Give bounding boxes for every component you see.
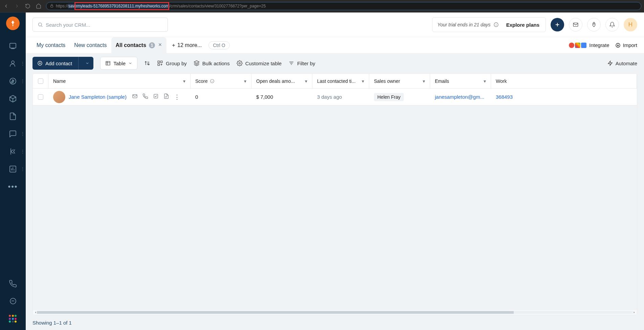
sidebar-item-reports[interactable] <box>3 161 22 177</box>
row-checkbox[interactable] <box>33 94 48 100</box>
import-icon <box>615 43 621 48</box>
svg-point-19 <box>594 24 594 24</box>
logo[interactable] <box>6 17 20 30</box>
table-header: Name▾ Score ▾ Open deals amo...▾ Last co… <box>33 74 637 89</box>
tab-badge: 1 <box>149 42 155 48</box>
svg-rect-2 <box>10 43 16 48</box>
sidebar-item-activities[interactable] <box>3 144 22 159</box>
more-icon[interactable]: ⋮ <box>174 93 180 101</box>
sidebar: ••• <box>0 13 26 330</box>
th-last-contacted[interactable]: Last contacted ti...▾ <box>312 74 369 88</box>
automate-button[interactable]: Automate <box>607 61 637 66</box>
plus-icon <box>171 43 176 48</box>
sidebar-item-phone[interactable] <box>3 276 22 291</box>
cell-email[interactable]: janesampleton@gm... <box>430 94 491 100</box>
shortcut-hint: Ctrl O <box>208 41 230 49</box>
add-contact-label: Add contact <box>45 61 72 66</box>
cell-name: Jane Sampleton (sample) ⋮ <box>48 91 191 103</box>
chevron-down-icon <box>128 61 132 65</box>
group-by-label: Group by <box>166 61 187 66</box>
th-name[interactable]: Name▾ <box>48 74 191 88</box>
email-icon[interactable] <box>132 93 138 101</box>
svg-rect-52 <box>154 94 158 98</box>
integrate-label: Integrate <box>589 42 609 48</box>
add-contact-button[interactable]: Add contact <box>32 57 93 70</box>
close-tab-icon[interactable] <box>158 42 162 48</box>
info-icon[interactable] <box>493 22 499 27</box>
mail-button[interactable] <box>569 18 582 31</box>
th-open-deals[interactable]: Open deals amo...▾ <box>251 74 312 88</box>
import-button[interactable]: Import <box>615 42 637 48</box>
table-view-button[interactable]: Table <box>100 57 137 70</box>
search-input[interactable] <box>46 22 163 28</box>
cell-work[interactable]: 368493 <box>491 94 637 100</box>
svg-line-12 <box>41 26 42 27</box>
back-button[interactable] <box>3 3 9 9</box>
sidebar-item-contacts[interactable] <box>3 56 22 71</box>
tab-more[interactable]: 12 more... <box>167 37 206 53</box>
filter-by-button[interactable]: Filter by <box>288 60 315 66</box>
contact-avatar[interactable] <box>53 91 65 103</box>
th-sales-owner[interactable]: Sales owner▾ <box>369 74 430 88</box>
th-emails[interactable]: Emails▾ <box>430 74 491 88</box>
contact-name-link[interactable]: Jane Sampleton (sample) <box>69 94 127 100</box>
address-bar[interactable]: https://savemyleads-517689537916208111.m… <box>46 2 641 10</box>
app-launcher[interactable] <box>3 311 22 327</box>
customize-label: Customize table <box>245 61 282 66</box>
add-contact-dropdown[interactable] <box>81 61 93 66</box>
tabs-row: My contacts New contacts All contacts 1 … <box>26 37 644 53</box>
bulk-actions-button[interactable]: Bulk actions <box>194 60 230 66</box>
svg-rect-29 <box>106 62 110 65</box>
cell-score: 0 <box>191 94 251 100</box>
notifications-button[interactable] <box>605 18 619 31</box>
table-wrap: Name▾ Score ▾ Open deals amo...▾ Last co… <box>26 73 644 315</box>
phone-icon[interactable] <box>142 93 148 101</box>
forward-button[interactable] <box>14 3 20 9</box>
cell-last-contacted: 3 days ago <box>312 94 369 100</box>
group-by-button[interactable]: Group by <box>157 60 187 66</box>
tab-all-contacts[interactable]: All contacts 1 <box>111 37 166 53</box>
sidebar-item-dashboard[interactable] <box>3 38 22 54</box>
add-button[interactable] <box>551 18 564 31</box>
tab-my-contacts[interactable]: My contacts <box>32 37 69 53</box>
th-work[interactable]: Work <box>491 74 637 88</box>
integrate-button[interactable]: Integrate <box>569 42 609 48</box>
note-icon[interactable] <box>163 93 169 101</box>
svg-rect-18 <box>573 23 578 27</box>
sidebar-item-documents[interactable] <box>3 109 22 124</box>
tab-label: All contacts <box>115 42 146 48</box>
table-row[interactable]: Jane Sampleton (sample) ⋮ 0 $ 7,000 3 <box>33 89 637 105</box>
trial-banner: Your trial ends in 21 days Explore plans <box>432 17 546 32</box>
automate-label: Automate <box>616 61 637 66</box>
row-actions: ⋮ <box>132 93 180 101</box>
sidebar-item-deals[interactable] <box>3 73 22 89</box>
trial-text: Your trial ends in 21 days <box>437 22 490 27</box>
table-view-label: Table <box>113 61 126 66</box>
tab-new-contacts[interactable]: New contacts <box>70 37 111 53</box>
scrollbar-thumb[interactable] <box>37 311 514 314</box>
sidebar-item-more[interactable]: ••• <box>3 179 22 194</box>
plus-circle-icon <box>37 61 43 66</box>
refresh-button[interactable] <box>24 3 31 9</box>
home-button[interactable] <box>35 3 42 9</box>
customize-table-button[interactable]: Customize table <box>237 60 282 66</box>
horizontal-scrollbar[interactable] <box>33 310 637 315</box>
scroll-left-icon[interactable] <box>34 311 37 314</box>
scroll-right-icon[interactable] <box>633 311 636 314</box>
search-box[interactable] <box>32 18 168 32</box>
th-score[interactable]: Score ▾ <box>191 74 251 88</box>
sort-button[interactable] <box>144 60 150 66</box>
import-label: Import <box>623 42 637 48</box>
rocket-button[interactable] <box>587 18 601 31</box>
th-checkbox[interactable] <box>33 74 48 88</box>
task-icon[interactable] <box>153 93 159 101</box>
user-avatar[interactable]: H <box>624 18 637 31</box>
sidebar-item-products[interactable] <box>3 91 22 107</box>
svg-rect-39 <box>158 64 159 66</box>
sidebar-item-chat[interactable] <box>3 293 22 309</box>
svg-rect-51 <box>133 94 137 98</box>
explore-plans-button[interactable]: Explore plans <box>502 19 544 31</box>
sidebar-item-conversations[interactable] <box>3 126 22 142</box>
gear-icon <box>237 60 243 66</box>
bulk-actions-label: Bulk actions <box>202 61 230 66</box>
